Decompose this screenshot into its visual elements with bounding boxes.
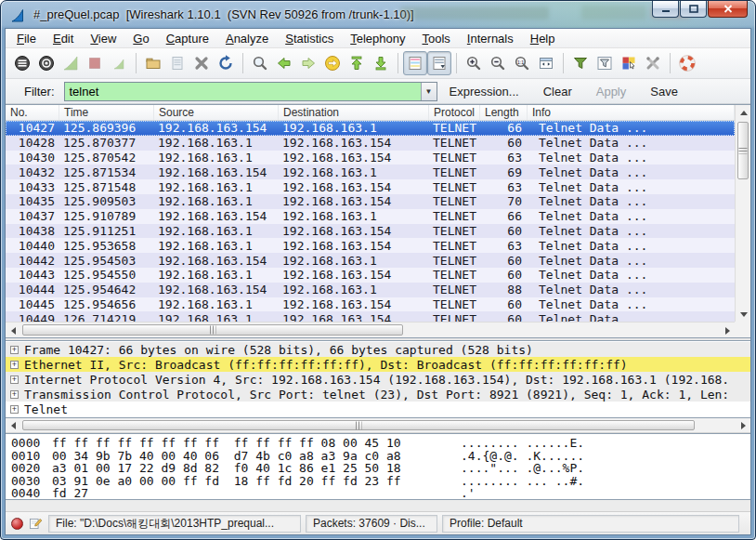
go-forward-button[interactable] xyxy=(296,51,320,75)
find-packet-button[interactable] xyxy=(248,51,272,75)
column-header-info[interactable]: Info xyxy=(528,105,735,120)
vertical-scroll-thumb[interactable] xyxy=(737,122,749,179)
packet-row[interactable]: 10449126.714219192.168.163.1192.168.163.… xyxy=(6,311,735,322)
list-interfaces-button[interactable] xyxy=(10,51,34,75)
expand-plus-icon[interactable]: + xyxy=(10,375,19,384)
hex-line[interactable]: 003003 91 0e a0 00 00 ff fd 18 ff fd 20 … xyxy=(11,474,750,487)
detail-row[interactable]: +Internet Protocol Version 4, Src: 192.1… xyxy=(6,372,750,387)
preferences-button[interactable] xyxy=(641,51,665,75)
packet-row[interactable]: 10432125.871534192.168.163.154192.168.16… xyxy=(6,165,735,179)
restart-capture-button[interactable] xyxy=(107,51,131,75)
packet-row[interactable]: 10438125.911251192.168.163.1192.168.163.… xyxy=(6,224,735,239)
packet-row[interactable]: 10427125.869396192.168.163.154192.168.16… xyxy=(6,121,735,136)
expand-plus-icon[interactable]: + xyxy=(10,361,19,369)
packet-row[interactable]: 10443125.954550192.168.163.1192.168.163.… xyxy=(6,268,735,283)
status-profile[interactable]: Profile: Default xyxy=(442,515,739,533)
coloring-rules-button[interactable] xyxy=(617,51,641,75)
title-bar[interactable]: #_preQuel.pcap [Wireshark 1.10.1 (SVN Re… xyxy=(1,1,755,28)
menu-telephony[interactable]: Telephony xyxy=(342,30,413,47)
menu-internals[interactable]: Internals xyxy=(459,30,522,47)
filter-input[interactable]: telnet xyxy=(65,83,421,100)
packet-row[interactable]: 10440125.953658192.168.163.1192.168.163.… xyxy=(6,238,735,253)
save-file-button[interactable] xyxy=(165,51,189,75)
expand-plus-icon[interactable]: + xyxy=(10,390,19,399)
capture-options-button[interactable] xyxy=(34,51,59,75)
scroll-up-button[interactable] xyxy=(736,105,750,120)
capture-comment-icon[interactable] xyxy=(28,516,44,532)
detail-row[interactable]: +Transmission Control Protocol, Src Port… xyxy=(6,387,750,402)
column-header-no[interactable]: No. xyxy=(6,105,59,120)
scroll-left-button[interactable] xyxy=(6,323,20,338)
detail-row[interactable]: +Frame 10427: 66 bytes on wire (528 bits… xyxy=(6,342,750,357)
go-to-packet-button[interactable] xyxy=(320,51,345,75)
scroll-right-button[interactable] xyxy=(736,418,750,433)
packet-row[interactable]: 10428125.870377192.168.163.1192.168.163.… xyxy=(6,136,735,151)
expert-info-led[interactable] xyxy=(11,518,23,530)
hex-line[interactable]: 001000 34 9b 7b 40 00 40 06 d7 4b c0 a8 … xyxy=(11,449,750,462)
colorize-toggle-button[interactable] xyxy=(403,51,427,75)
expand-plus-icon[interactable]: + xyxy=(10,405,19,414)
save-button[interactable]: Save xyxy=(638,82,690,101)
column-header-length[interactable]: Length xyxy=(480,105,528,120)
reload-button[interactable] xyxy=(214,51,238,75)
horizontal-scroll-thumb[interactable] xyxy=(22,420,695,430)
menu-tools[interactable]: Tools xyxy=(414,30,459,47)
display-filters-button[interactable] xyxy=(593,51,617,75)
open-file-button[interactable] xyxy=(141,51,165,75)
menu-view[interactable]: View xyxy=(82,30,124,47)
close-button[interactable] xyxy=(708,1,748,18)
close-file-button[interactable] xyxy=(189,51,214,75)
packet-row[interactable]: 10430125.870542192.168.163.1192.168.163.… xyxy=(6,151,735,165)
go-to-top-button[interactable] xyxy=(345,51,369,75)
pane-resize-strip[interactable] xyxy=(6,500,750,511)
packet-list-horizontal-scrollbar[interactable] xyxy=(6,322,735,337)
hex-line[interactable]: 0000ff ff ff ff ff ff ff ff ff ff ff ff … xyxy=(11,436,750,449)
capture-filters-button[interactable] xyxy=(568,51,593,75)
menu-edit[interactable]: Edit xyxy=(45,30,82,47)
minimize-button[interactable] xyxy=(652,1,679,18)
zoom-out-button[interactable] xyxy=(486,51,510,75)
detail-row[interactable]: +Ethernet II, Src: Broadcast (ff:ff:ff:f… xyxy=(6,357,750,372)
zoom-in-button[interactable] xyxy=(462,51,486,75)
column-header-protocol[interactable]: Protocol xyxy=(429,105,480,120)
hex-line[interactable]: 0040fd 27.' xyxy=(11,486,750,499)
start-capture-button[interactable] xyxy=(59,51,83,75)
menu-help[interactable]: Help xyxy=(522,30,564,47)
filter-label[interactable]: Filter: xyxy=(11,85,64,99)
autoscroll-toggle-button[interactable] xyxy=(427,51,451,75)
scroll-left-button[interactable] xyxy=(6,418,20,433)
filter-dropdown-button[interactable]: ▼ xyxy=(421,83,437,100)
menu-analyze[interactable]: Analyze xyxy=(217,30,277,47)
hex-line[interactable]: 0020a3 01 00 17 22 d9 8d 82 f0 40 1c 86 … xyxy=(11,461,750,474)
stop-capture-button[interactable] xyxy=(83,51,107,75)
scroll-right-button[interactable] xyxy=(720,323,735,338)
column-header-time[interactable]: Time xyxy=(59,105,154,120)
packet-row[interactable]: 10437125.910789192.168.163.154192.168.16… xyxy=(6,209,735,224)
detail-row[interactable]: +Telnet xyxy=(6,402,750,416)
menu-statistics[interactable]: Statistics xyxy=(277,30,342,47)
packet-row[interactable]: 10442125.954503192.168.163.154192.168.16… xyxy=(6,253,735,268)
resize-columns-button[interactable] xyxy=(534,51,558,75)
scroll-down-button[interactable] xyxy=(736,307,750,322)
packet-row[interactable]: 10433125.871548192.168.163.1192.168.163.… xyxy=(6,179,735,194)
zoom-100-button[interactable]: 1:1 xyxy=(510,51,534,75)
menu-file[interactable]: File xyxy=(8,30,45,47)
packet-row[interactable]: 10445125.954656192.168.163.1192.168.163.… xyxy=(6,297,735,312)
menu-go[interactable]: Go xyxy=(124,30,157,47)
help-button[interactable] xyxy=(675,51,699,75)
packet-list-vertical-scrollbar[interactable] xyxy=(735,105,750,322)
clear-button[interactable]: Clear xyxy=(531,82,584,101)
details-horizontal-scrollbar[interactable] xyxy=(6,418,750,433)
packet-row[interactable]: 10444125.954642192.168.163.154192.168.16… xyxy=(6,283,735,297)
go-to-bottom-button[interactable] xyxy=(369,51,393,75)
maximize-button[interactable] xyxy=(680,1,707,18)
go-back-button[interactable] xyxy=(272,51,296,75)
expression-button[interactable]: Expression... xyxy=(437,82,531,101)
expand-plus-icon[interactable]: + xyxy=(10,346,19,354)
menu-capture[interactable]: Capture xyxy=(158,30,217,47)
horizontal-scroll-thumb[interactable] xyxy=(22,324,403,336)
packet-row[interactable]: 10435125.909503192.168.163.1192.168.163.… xyxy=(6,194,735,209)
cell-src: 192.168.163.1 xyxy=(154,151,279,165)
column-header-source[interactable]: Source xyxy=(154,105,279,120)
column-header-destination[interactable]: Destination xyxy=(279,105,429,120)
